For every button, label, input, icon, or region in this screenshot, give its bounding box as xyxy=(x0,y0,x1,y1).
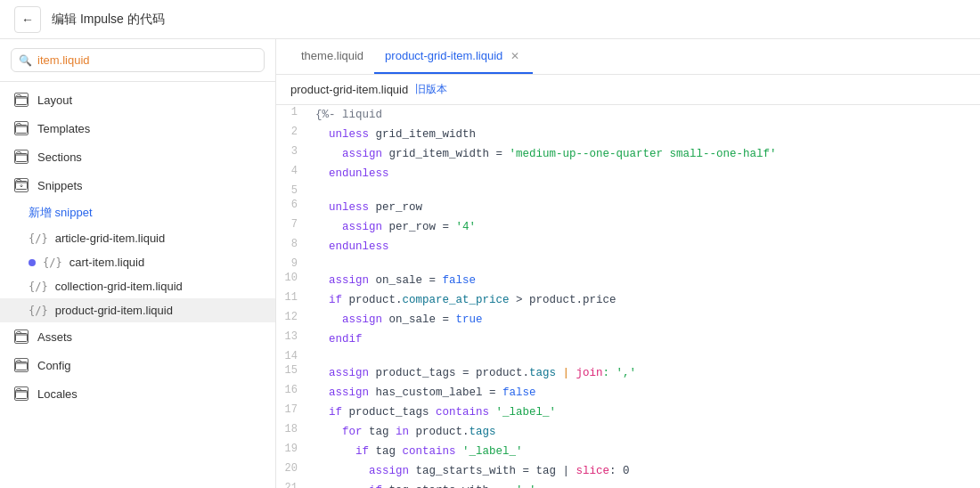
line-content: unless per_row xyxy=(308,198,429,217)
folder-icon-assets xyxy=(14,329,29,344)
line-content: assign on_sale = false xyxy=(308,271,483,290)
code-line: 4 endunless xyxy=(276,164,980,183)
folder-icon-config xyxy=(14,358,29,372)
dot-indicator xyxy=(29,259,36,266)
search-input[interactable] xyxy=(37,53,257,67)
snippet-product-grid-item-label: product-grid-item.liquid xyxy=(55,304,173,317)
line-number: 11 xyxy=(276,290,308,305)
line-number: 19 xyxy=(276,442,308,456)
back-icon: ← xyxy=(21,12,34,27)
folder-icon-layout xyxy=(14,93,29,107)
line-content: if product.compare_at_price > product.pr… xyxy=(308,290,624,310)
add-snippet-button[interactable]: 新增 snippet xyxy=(0,199,275,226)
sidebar-item-templates[interactable]: Templates xyxy=(0,114,275,142)
line-content: unless grid_item_width xyxy=(308,125,483,144)
folder-icon-locales xyxy=(14,386,29,401)
line-number: 5 xyxy=(276,183,308,198)
line-number: 2 xyxy=(276,125,308,139)
line-content: for tag in product.tags xyxy=(308,422,503,442)
snippet-article-grid-item[interactable]: {/} article-grid-item.liquid xyxy=(0,226,275,250)
file-header-name: product-grid-item.liquid xyxy=(290,83,408,96)
line-number: 6 xyxy=(276,198,308,212)
line-number: 13 xyxy=(276,329,308,344)
line-content: if product_tags contains '_label_' xyxy=(308,403,563,422)
sidebar-item-config-label: Config xyxy=(37,359,71,372)
tab-product-grid-item[interactable]: product-grid-item.liquid ✕ xyxy=(374,39,533,74)
sidebar-item-locales[interactable]: Locales xyxy=(0,379,275,408)
line-number: 15 xyxy=(276,363,308,378)
search-icon: 🔍 xyxy=(19,54,32,67)
code-line: 5 xyxy=(276,183,980,198)
code-line: 9 xyxy=(276,256,980,271)
code-line: 17 if product_tags contains '_label_' xyxy=(276,403,980,422)
sidebar-item-sections-label: Sections xyxy=(37,150,82,164)
line-number: 3 xyxy=(276,144,308,159)
snippet-collection-grid-item-label: collection-grid-item.liquid xyxy=(55,280,183,293)
sidebar-item-snippets[interactable]: Snippets xyxy=(0,171,275,199)
code-line: 11 if product.compare_at_price > product… xyxy=(276,290,980,310)
line-number: 7 xyxy=(276,217,308,232)
code-line: 10 assign on_sale = false xyxy=(276,271,980,290)
nav-section-main: Layout Templates xyxy=(0,82,275,411)
code-line: 1{%- liquid xyxy=(276,105,980,125)
file-header: product-grid-item.liquid 旧版本 xyxy=(276,75,980,105)
code-editor[interactable]: 1{%- liquid2 unless grid_item_width3 ass… xyxy=(276,105,980,488)
history-link[interactable]: 旧版本 xyxy=(415,82,447,97)
line-number: 14 xyxy=(276,349,308,363)
search-section: 🔍 xyxy=(0,39,275,82)
code-line: 2 unless grid_item_width xyxy=(276,125,980,144)
line-content xyxy=(308,183,323,185)
snippet-cart-item[interactable]: {/} cart-item.liquid xyxy=(0,250,275,274)
sidebar-item-sections[interactable]: Sections xyxy=(0,142,275,171)
top-bar: ← 编辑 Impulse 的代码 xyxy=(0,0,980,39)
sidebar-item-assets-label: Assets xyxy=(37,330,72,344)
line-number: 10 xyxy=(276,271,308,285)
tab-theme-liquid[interactable]: theme.liquid xyxy=(290,39,374,74)
snippet-article-grid-item-label: article-grid-item.liquid xyxy=(55,232,166,245)
sidebar-item-templates-label: Templates xyxy=(37,122,90,135)
line-number: 8 xyxy=(276,237,308,251)
line-number: 21 xyxy=(276,481,308,488)
tab-theme-liquid-label: theme.liquid xyxy=(301,49,363,62)
tab-close-button[interactable]: ✕ xyxy=(508,49,522,63)
snippet-collection-grid-item[interactable]: {/} collection-grid-item.liquid xyxy=(0,274,275,298)
line-content: if tag_starts_with == '_' xyxy=(308,481,543,488)
editor-area: theme.liquid product-grid-item.liquid ✕ … xyxy=(276,39,980,488)
liquid-icon-collection: {/} xyxy=(29,281,48,293)
code-line: 6 unless per_row xyxy=(276,198,980,217)
line-content: assign has_custom_label = false xyxy=(308,383,543,403)
code-line: 20 assign tag_starts_with = tag | slice:… xyxy=(276,461,980,481)
liquid-icon-product: {/} xyxy=(29,305,48,317)
main-area: 🔍 Layout xyxy=(0,39,980,488)
line-number: 4 xyxy=(276,164,308,178)
back-button[interactable]: ← xyxy=(14,6,41,33)
line-number: 16 xyxy=(276,383,308,397)
sidebar-item-layout-label: Layout xyxy=(37,94,72,107)
add-snippet-label: 新增 snippet xyxy=(29,205,93,221)
line-content: if tag contains '_label_' xyxy=(308,442,530,461)
snippets-children: 新增 snippet {/} article-grid-item.liquid … xyxy=(0,199,275,322)
code-line: 16 assign has_custom_label = false xyxy=(276,383,980,403)
line-number: 20 xyxy=(276,461,308,476)
page-title: 编辑 Impulse 的代码 xyxy=(52,12,165,28)
line-content: assign per_row = '4' xyxy=(308,217,483,237)
search-input-wrap[interactable]: 🔍 xyxy=(11,48,265,72)
line-number: 18 xyxy=(276,422,308,436)
snippet-product-grid-item[interactable]: {/} product-grid-item.liquid xyxy=(0,298,275,322)
sidebar: 🔍 Layout xyxy=(0,39,276,488)
line-content: assign on_sale = true xyxy=(308,310,490,329)
code-line: 21 if tag_starts_with == '_' xyxy=(276,481,980,488)
line-content: assign tag_starts_with = tag | slice: 0 xyxy=(308,461,637,481)
folder-download-icon xyxy=(14,178,29,192)
sidebar-item-layout[interactable]: Layout xyxy=(0,85,275,114)
line-content: endif xyxy=(308,329,370,349)
sidebar-item-snippets-label: Snippets xyxy=(37,179,83,192)
line-number: 9 xyxy=(276,256,308,271)
sidebar-item-assets[interactable]: Assets xyxy=(0,322,275,351)
code-line: 3 assign grid_item_width = 'medium-up--o… xyxy=(276,144,980,164)
liquid-icon-cart: {/} xyxy=(43,256,62,269)
line-content: endunless xyxy=(308,164,396,183)
code-line: 15 assign product_tags = product.tags | … xyxy=(276,363,980,383)
sidebar-item-config[interactable]: Config xyxy=(0,351,275,379)
code-line: 13 endif xyxy=(276,329,980,349)
